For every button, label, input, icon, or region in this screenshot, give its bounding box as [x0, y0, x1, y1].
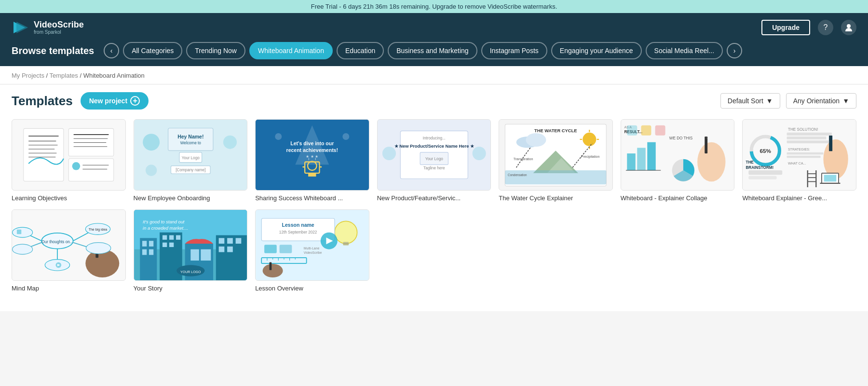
svg-point-73 — [697, 142, 725, 182]
svg-text:in a crowded market....: in a crowded market.... — [143, 226, 188, 231]
svg-rect-78 — [647, 142, 656, 170]
svg-text:Introducing...: Introducing... — [422, 136, 445, 140]
svg-text:[Company name]: [Company name] — [176, 168, 205, 172]
upgrade-button[interactable]: Upgrade — [761, 20, 810, 35]
svg-text:THE SOLUTION!: THE SOLUTION! — [788, 127, 818, 132]
category-nav: Browse templates ‹ All Categories Trendi… — [0, 42, 868, 66]
logo-icon — [12, 19, 29, 36]
sort-dropdown[interactable]: Default Sort ▼ — [720, 93, 780, 109]
template-card-yourstory[interactable]: It's good to stand out in a crowded mark… — [134, 209, 248, 292]
svg-text:WE DO THIS: WE DO THIS — [669, 136, 693, 140]
template-card-mindmap[interactable]: Our thoughts on... The big idea — [12, 209, 126, 292]
template-card-onboarding[interactable]: Hey Name! Welcome to Your Logo [Company … — [134, 119, 248, 202]
svg-point-58 — [526, 133, 546, 147]
svg-text:Lesson name: Lesson name — [282, 222, 314, 228]
orientation-dropdown[interactable]: Any Orientation ▼ — [786, 93, 856, 109]
svg-rect-137 — [149, 249, 153, 255]
svg-rect-66 — [505, 170, 607, 184]
help-icon: ? — [824, 23, 828, 32]
cat-all-categories[interactable]: All Categories — [123, 42, 182, 59]
template-card-product[interactable]: Introducing... ★ New Product/Service Nam… — [377, 119, 491, 202]
svg-point-158 — [335, 221, 357, 244]
svg-rect-77 — [637, 148, 646, 170]
svg-text:65%: 65% — [760, 148, 772, 154]
svg-text:THE: THE — [746, 160, 754, 165]
new-project-button[interactable]: New project + — [81, 92, 149, 110]
nav-next-button[interactable]: › — [727, 43, 742, 58]
svg-text:Multi-Lane: Multi-Lane — [304, 247, 320, 250]
template-card-collage[interactable]: AS A RESULT... — [621, 119, 735, 202]
svg-rect-127 — [17, 230, 21, 234]
breadcrumb-my-projects[interactable]: My Projects — [12, 72, 44, 79]
template-thumb-mindmap: Our thoughts on... The big idea — [12, 209, 126, 281]
svg-text:Your Logo: Your Logo — [425, 157, 443, 161]
svg-rect-149 — [227, 238, 233, 244]
breadcrumb-templates[interactable]: Templates — [50, 72, 78, 79]
content-header: Templates New project + Default Sort ▼ A… — [12, 92, 856, 110]
svg-rect-76 — [627, 153, 636, 170]
svg-rect-134 — [142, 241, 147, 247]
svg-point-53 — [472, 147, 486, 160]
nav-prev-button[interactable]: ‹ — [104, 43, 119, 58]
svg-point-52 — [382, 147, 396, 160]
page-title: Templates — [12, 94, 73, 109]
template-name-product: New Product/Feature/Servic... — [377, 194, 491, 202]
template-thumb-yourstory: It's good to stand out in a crowded mark… — [134, 209, 248, 281]
svg-rect-148 — [218, 238, 224, 244]
cat-whiteboard-animation[interactable]: Whiteboard Animation — [249, 42, 333, 59]
logo-name: VideoScribe — [34, 20, 84, 30]
svg-text:Hey Name!: Hey Name! — [177, 134, 203, 139]
svg-text:Welcome to: Welcome to — [180, 141, 201, 145]
svg-rect-81 — [627, 125, 637, 136]
svg-rect-135 — [149, 241, 153, 247]
template-name-mindmap: Mind Map — [12, 285, 126, 292]
svg-text:THE WATER CYCLE: THE WATER CYCLE — [534, 128, 577, 133]
content-header-left: Templates New project + — [12, 92, 149, 110]
svg-point-59 — [583, 133, 597, 146]
svg-point-17 — [72, 162, 81, 170]
template-thumb-brainstorm: 65% THE SOLUTION! STRATEGIES: THE BRAINS… — [742, 119, 856, 191]
logo-name-text: VideoScribe — [34, 20, 84, 29]
template-thumb-onboarding: Hey Name! Welcome to Your Logo [Company … — [134, 119, 248, 191]
breadcrumb-sep2: / — [80, 72, 83, 79]
breadcrumb: My Projects / Templates / Whiteboard Ani… — [12, 72, 856, 84]
cat-instagram-posts[interactable]: Instagram Posts — [481, 42, 547, 59]
template-card-learning[interactable]: Learning Objectives — [12, 119, 126, 202]
svg-rect-139 — [163, 235, 167, 239]
template-card-sharing[interactable]: Let's dive into our recent achievements!… — [255, 119, 369, 202]
template-name-learning: Learning Objectives — [12, 194, 126, 202]
account-button[interactable] — [841, 20, 856, 35]
cat-business-marketing[interactable]: Business and Marketing — [388, 42, 477, 59]
template-card-brainstorm[interactable]: 65% THE SOLUTION! STRATEGIES: THE BRAINS… — [742, 119, 856, 202]
template-card-water[interactable]: THE WATER CYCLE — [499, 119, 613, 202]
chevron-down-icon-2: ▼ — [842, 97, 849, 105]
svg-rect-150 — [235, 238, 241, 244]
svg-marker-1 — [16, 22, 28, 33]
svg-rect-99 — [787, 156, 821, 158]
template-name-water: The Water Cycle Explainer — [499, 194, 613, 202]
svg-point-30 — [146, 165, 157, 176]
content-area: Templates New project + Default Sort ▼ A… — [0, 84, 868, 311]
cat-social-media[interactable]: Social Media Reel... — [646, 42, 723, 59]
svg-text:VideoScribe: VideoScribe — [304, 251, 322, 254]
empty-slot-7 — [742, 209, 856, 292]
svg-point-29 — [223, 136, 237, 149]
cat-engaging-audience[interactable]: Engaging your Audience — [551, 42, 642, 59]
svg-rect-92 — [749, 176, 777, 179]
empty-slot-4 — [377, 209, 491, 292]
template-name-onboarding: New Employee Onboarding — [134, 194, 248, 202]
template-thumb-collage: AS A RESULT... — [621, 119, 735, 191]
trial-banner: Free Trial - 6 days 21h 36m 18s remainin… — [0, 0, 868, 13]
account-icon — [844, 23, 853, 32]
svg-point-43 — [275, 133, 282, 140]
template-name-yourstory: Your Story — [134, 285, 248, 292]
template-card-lesson[interactable]: Lesson name 12th September 2022 Multi-La… — [255, 209, 369, 292]
new-project-label: New project — [89, 97, 127, 105]
cat-education[interactable]: Education — [337, 42, 384, 59]
svg-text:BRAINSTORM!: BRAINSTORM! — [746, 165, 774, 170]
svg-rect-145 — [190, 249, 199, 261]
svg-rect-95 — [787, 137, 827, 139]
svg-text:Tagline here: Tagline here — [423, 166, 445, 170]
help-button[interactable]: ? — [818, 20, 833, 35]
cat-trending-now[interactable]: Trending Now — [186, 42, 245, 59]
